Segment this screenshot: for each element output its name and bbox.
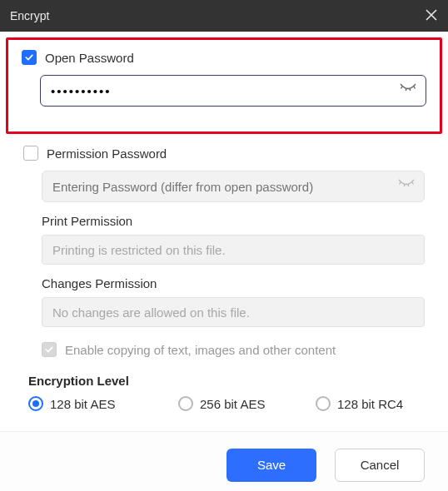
svg-line-6 bbox=[408, 184, 409, 186]
permission-password-label: Permission Password bbox=[47, 146, 167, 161]
enable-copying-label: Enable copying of text, images and other… bbox=[65, 343, 336, 357]
radio-128-rc4[interactable]: 128 bit RC4 bbox=[316, 396, 403, 411]
dialog-body: Open Password Permission Password Print … bbox=[0, 37, 448, 431]
radio-icon bbox=[28, 396, 43, 411]
radio-icon bbox=[316, 396, 331, 411]
changes-permission-value: No changes are allowed on this file. bbox=[52, 305, 250, 320]
radio-256-aes[interactable]: 256 bit AES bbox=[178, 396, 316, 411]
radio-label: 128 bit RC4 bbox=[337, 397, 403, 411]
changes-permission-label: Changes Permission bbox=[42, 276, 425, 290]
encryption-level-title: Encryption Level bbox=[28, 374, 420, 388]
cancel-button-label: Cancel bbox=[361, 458, 400, 472]
dialog-title: Encrypt bbox=[10, 9, 49, 22]
radio-128-aes[interactable]: 128 bit AES bbox=[28, 396, 178, 411]
permission-password-input bbox=[42, 171, 425, 202]
svg-line-3 bbox=[414, 87, 416, 89]
encryption-level-section: Encryption Level 128 bit AES 256 bit AES… bbox=[0, 360, 448, 431]
save-button-label: Save bbox=[257, 458, 286, 472]
print-permission-label: Print Permission bbox=[42, 214, 425, 228]
print-permission-value: Printing is restricted on this file. bbox=[52, 243, 226, 257]
open-password-section: Open Password bbox=[6, 37, 442, 134]
svg-line-7 bbox=[412, 182, 414, 185]
print-permission-select: Printing is restricted on this file. bbox=[42, 235, 425, 265]
hide-password-icon bbox=[398, 179, 415, 194]
enable-copying-checkbox bbox=[42, 342, 57, 357]
close-icon[interactable] bbox=[425, 7, 438, 24]
changes-permission-select: No changes are allowed on this file. bbox=[42, 297, 425, 327]
svg-line-2 bbox=[410, 88, 411, 91]
open-password-label: Open Password bbox=[45, 51, 134, 65]
svg-line-4 bbox=[400, 182, 401, 185]
radio-icon bbox=[178, 396, 193, 411]
hide-password-icon[interactable] bbox=[400, 83, 416, 98]
svg-line-1 bbox=[406, 88, 406, 91]
permission-password-checkbox[interactable] bbox=[23, 146, 38, 161]
open-password-checkbox[interactable] bbox=[22, 50, 37, 65]
svg-line-0 bbox=[401, 87, 403, 89]
titlebar: Encrypt bbox=[0, 0, 448, 32]
dialog-footer: Save Cancel bbox=[0, 431, 448, 491]
cancel-button[interactable]: Cancel bbox=[335, 449, 425, 482]
open-password-input[interactable] bbox=[40, 75, 426, 107]
radio-label: 128 bit AES bbox=[50, 397, 115, 411]
radio-label: 256 bit AES bbox=[200, 397, 265, 411]
svg-line-5 bbox=[404, 184, 405, 186]
save-button[interactable]: Save bbox=[226, 449, 316, 482]
